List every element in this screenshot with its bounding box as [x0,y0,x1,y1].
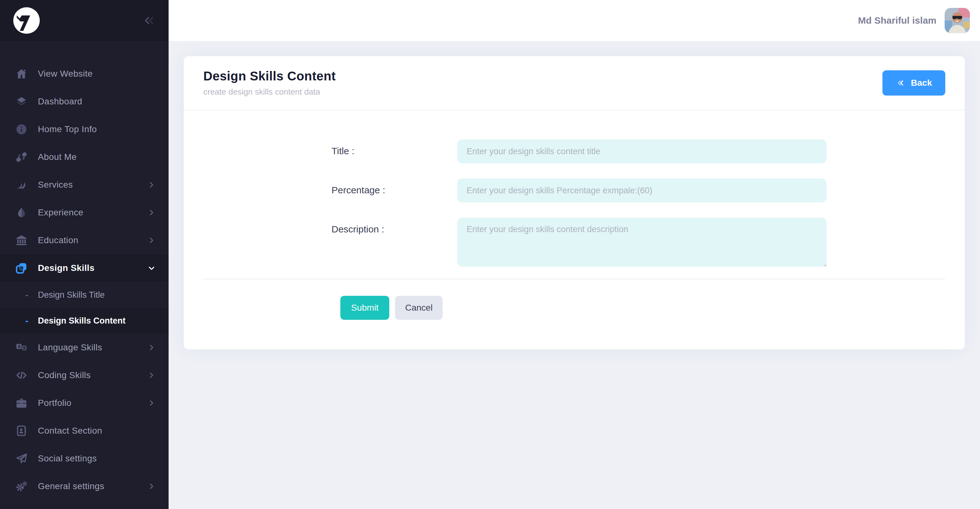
briefcase-icon [14,395,29,411]
form-row-description: Description : [184,217,965,267]
page-title: Design Skills Content [203,69,336,83]
dash-bullet: - [25,316,29,326]
chevron-right-icon [147,208,156,217]
paper-plane-icon [14,451,29,466]
submit-button[interactable]: Submit [340,296,389,320]
sidebar-item-home-top-info[interactable]: Home Top Info [0,116,169,143]
sidebar-item-label: Education [38,235,78,245]
cancel-button[interactable]: Cancel [395,296,443,320]
sidebar-item-portfolio[interactable]: Portfolio [0,389,169,417]
gears-icon [14,479,29,494]
back-button-label: Back [911,78,932,88]
sidebar-item-label: Dashboard [38,97,83,106]
sidebar-item-contact-section[interactable]: Contact Section [0,417,169,445]
sidebar-item-view-website[interactable]: View Website [0,60,169,88]
chevron-right-icon [147,343,156,352]
brand-logo-icon[interactable] [13,7,40,34]
address-book-icon [14,423,29,438]
sidebar-item-label: General settings [38,481,104,492]
layers-icon [14,94,29,109]
sidebar-item-about-me[interactable]: About Me [0,143,169,171]
form-body: Title : Percentage : Description : Submi… [184,110,965,320]
title-label: Title : [331,140,457,156]
sidebar-item-label: Contact Section [38,426,102,436]
sidebar-item-label: About Me [38,152,77,162]
sidebar: View Website Dashboard Home Top Info [0,0,169,509]
sidebar-collapse-icon[interactable] [142,14,156,27]
sidebar-item-label: Services [38,180,73,190]
sidebar-item-label: Portfolio [38,398,72,408]
chevron-down-icon [147,264,156,273]
chevron-right-icon [147,181,156,189]
card-header: Design Skills Content create design skil… [184,56,965,110]
sidebar-item-label: Coding Skills [38,370,91,381]
sidebar-item-general-settings[interactable]: General settings [0,473,169,500]
sidebar-item-label: Design Skills [38,263,95,273]
droplet-icon [14,205,29,220]
form-divider [203,279,945,279]
sidebar-item-language-skills[interactable]: Language Skills [0,334,169,362]
description-label: Description : [331,217,457,235]
sidebar-item-label: Social settings [38,454,97,464]
fin-icon [14,177,29,192]
broken-link-icon [14,149,29,165]
percentage-input[interactable] [457,179,827,203]
sidebar-item-dashboard[interactable]: Dashboard [0,88,169,116]
chevron-right-icon [147,371,156,380]
sidebar-item-label: Home Top Info [38,124,97,134]
chevron-right-icon [147,236,156,245]
chevron-right-icon [147,399,156,408]
overlapping-squares-icon [14,260,29,276]
main-area: Md Shariful islam Design Skil [169,0,980,509]
sidebar-header [0,0,169,41]
sidebar-subitem-label: Design Skills Content [38,316,126,326]
title-input[interactable] [457,140,827,163]
content-area: Design Skills Content create design skil… [169,41,980,509]
bank-icon [14,233,29,248]
sidebar-item-label: View Website [38,69,92,79]
sidebar-item-experience[interactable]: Experience [0,199,169,227]
info-icon [14,122,29,137]
sidebar-subitem-design-skills-content[interactable]: - Design Skills Content [0,308,169,334]
home-icon [14,66,29,81]
percentage-label: Percentage : [331,179,457,195]
design-skills-content-card: Design Skills Content create design skil… [184,56,965,349]
app-root: View Website Dashboard Home Top Info [0,0,980,509]
chevron-right-icon [147,482,156,491]
back-button[interactable]: Back [883,70,945,95]
sidebar-item-coding-skills[interactable]: Coding Skills [0,362,169,389]
form-actions: Submit Cancel [184,296,965,320]
page-subtitle: create design skills content data [203,87,336,97]
user-avatar[interactable] [945,8,970,33]
sidebar-menu: View Website Dashboard Home Top Info [0,41,169,500]
sidebar-subitem-label: Design Skills Title [38,290,105,300]
description-textarea[interactable] [457,217,827,267]
translate-icon [14,340,29,355]
sidebar-item-education[interactable]: Education [0,227,169,254]
sidebar-item-label: Language Skills [38,343,102,353]
dash-bullet: - [25,290,29,300]
sidebar-item-services[interactable]: Services [0,171,169,199]
topbar: Md Shariful islam [169,0,980,41]
topbar-username: Md Shariful islam [858,15,936,26]
form-row-percentage: Percentage : [184,179,965,203]
sidebar-item-label: Experience [38,208,83,217]
sidebar-subitem-design-skills-title[interactable]: - Design Skills Title [0,282,169,308]
card-header-text: Design Skills Content create design skil… [203,69,336,97]
sidebar-item-design-skills[interactable]: Design Skills [0,254,169,282]
sidebar-item-social-settings[interactable]: Social settings [0,445,169,473]
double-chevron-left-icon [896,78,905,88]
form-row-title: Title : [184,140,965,163]
code-icon [14,368,29,383]
